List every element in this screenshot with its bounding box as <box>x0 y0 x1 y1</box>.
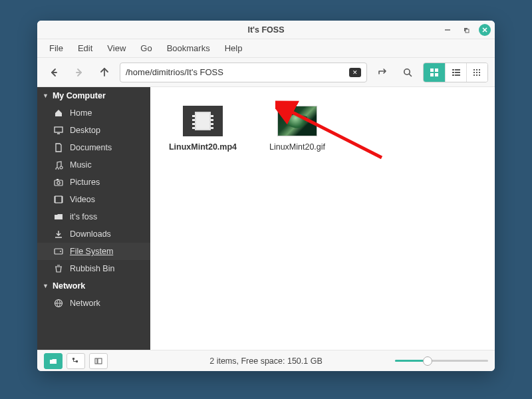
svg-rect-23 <box>479 69 480 70</box>
svg-rect-13 <box>430 73 434 76</box>
folder-icon <box>53 211 64 222</box>
file-name: LinuxMint20.gif <box>269 142 325 152</box>
chevron-down-icon: ▼ <box>43 92 49 99</box>
svg-rect-26 <box>479 72 480 73</box>
file-thumbnail <box>183 106 223 136</box>
svg-rect-21 <box>473 69 475 70</box>
compact-view-button[interactable] <box>466 63 487 82</box>
titlebar[interactable]: It's FOSS <box>37 21 495 39</box>
svg-rect-30 <box>55 127 63 132</box>
menu-edit[interactable]: Edit <box>71 41 99 56</box>
maximize-button[interactable] <box>460 24 472 36</box>
menu-file[interactable]: File <box>43 41 70 56</box>
statusbar: 2 items, Free space: 150.1 GB <box>37 350 495 371</box>
svg-rect-25 <box>476 72 477 73</box>
search-button[interactable] <box>398 63 418 82</box>
sidebar-item-documents[interactable]: Documents <box>37 139 150 156</box>
sidebar-item-music[interactable]: Music <box>37 156 150 174</box>
svg-rect-44 <box>95 358 97 364</box>
svg-rect-20 <box>455 74 460 76</box>
forward-button[interactable] <box>69 63 89 82</box>
menu-view[interactable]: View <box>100 41 132 56</box>
svg-rect-16 <box>455 69 460 70</box>
toggle-path-button[interactable] <box>372 63 392 82</box>
chevron-down-icon: ▼ <box>43 283 49 289</box>
up-button[interactable] <box>94 63 114 82</box>
sidebar-item-itsfoss[interactable]: it's foss <box>37 208 150 225</box>
svg-line-10 <box>409 74 411 76</box>
svg-rect-15 <box>452 69 454 70</box>
file-manager-window: It's FOSS File Edit View Go Bookmarks He… <box>37 21 495 371</box>
desktop-icon <box>53 125 64 136</box>
sidebar-header-network[interactable]: ▼ Network <box>37 277 150 295</box>
sidebar-header-computer[interactable]: ▼ My Computer <box>37 87 150 104</box>
toolbar: /home/dimitrios/It's FOSS ✕ <box>37 58 495 87</box>
sidebar-item-videos[interactable]: Videos <box>37 191 150 208</box>
close-button[interactable] <box>479 24 491 36</box>
zoom-slider[interactable] <box>395 354 488 368</box>
sidebar-item-filesystem[interactable]: File System <box>37 243 150 260</box>
path-text: /home/dimitrios/It's FOSS <box>126 67 223 77</box>
network-icon <box>53 298 64 309</box>
zoom-knob[interactable] <box>423 356 432 366</box>
back-button[interactable] <box>44 63 64 82</box>
show-places-button[interactable] <box>44 353 63 369</box>
svg-rect-42 <box>72 358 74 360</box>
show-tree-button[interactable] <box>66 353 85 369</box>
svg-rect-14 <box>435 73 438 76</box>
file-name: LinuxMint20.mp4 <box>169 142 237 152</box>
svg-rect-37 <box>62 196 63 203</box>
svg-point-39 <box>60 251 61 252</box>
svg-rect-35 <box>55 196 62 203</box>
home-icon <box>53 108 64 118</box>
sidebar-item-desktop[interactable]: Desktop <box>37 122 150 139</box>
svg-rect-38 <box>55 249 63 254</box>
svg-rect-2 <box>466 29 469 33</box>
trash-icon <box>53 263 64 274</box>
sidebar-item-pictures[interactable]: Pictures <box>37 174 150 191</box>
menu-bookmarks[interactable]: Bookmarks <box>160 41 217 56</box>
camera-icon <box>53 177 64 188</box>
svg-rect-17 <box>452 72 454 73</box>
icon-view-button[interactable] <box>424 63 445 82</box>
svg-rect-24 <box>473 72 475 73</box>
svg-rect-18 <box>455 72 460 73</box>
video-file-icon <box>183 106 223 136</box>
svg-rect-34 <box>57 179 59 180</box>
file-item-mp4[interactable]: LinuxMint20.mp4 <box>166 106 239 152</box>
svg-rect-22 <box>476 69 477 70</box>
body: ▼ My Computer Home Desktop Documents Mus… <box>37 87 495 350</box>
path-input[interactable]: /home/dimitrios/It's FOSS ✕ <box>120 63 367 82</box>
svg-point-33 <box>57 182 60 184</box>
svg-rect-43 <box>76 360 78 362</box>
list-view-button[interactable] <box>445 63 466 82</box>
file-view[interactable]: LinuxMint20.mp4 LinuxMint20.gif <box>150 87 495 350</box>
svg-rect-36 <box>55 196 56 203</box>
gif-file-icon <box>277 106 317 136</box>
menubar: File Edit View Go Bookmarks Help <box>37 39 495 58</box>
sidebar-item-home[interactable]: Home <box>37 104 150 122</box>
svg-rect-12 <box>435 68 438 72</box>
svg-rect-45 <box>98 358 102 364</box>
window-controls <box>442 21 491 39</box>
document-icon <box>53 142 64 153</box>
sidebar-item-rubbish[interactable]: Rubbish Bin <box>37 260 150 277</box>
clear-path-icon[interactable]: ✕ <box>349 68 361 77</box>
disk-icon <box>53 246 64 257</box>
file-item-gif[interactable]: LinuxMint20.gif <box>261 106 334 152</box>
svg-rect-19 <box>452 74 454 76</box>
menu-go[interactable]: Go <box>134 41 158 56</box>
view-mode-group <box>423 63 488 82</box>
svg-rect-11 <box>430 68 434 72</box>
toggle-sidebar-button[interactable] <box>89 353 108 369</box>
menu-help[interactable]: Help <box>218 41 249 56</box>
music-icon <box>53 160 64 170</box>
video-icon <box>53 194 64 205</box>
minimize-button[interactable] <box>442 24 454 36</box>
file-thumbnail <box>277 106 317 136</box>
sidebar-item-downloads[interactable]: Downloads <box>37 225 150 243</box>
svg-rect-27 <box>473 74 475 76</box>
sidebar-item-network[interactable]: Network <box>37 295 150 312</box>
svg-rect-29 <box>479 74 480 76</box>
download-icon <box>53 229 64 239</box>
